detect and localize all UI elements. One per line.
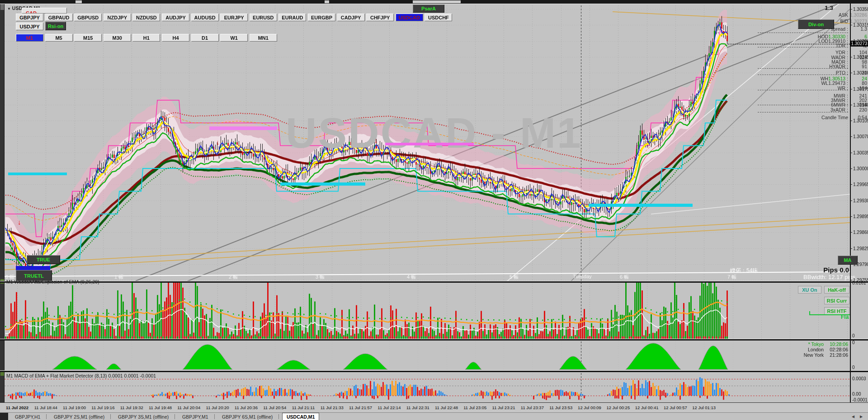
chart-tab-gbpjpy2sm1offline[interactable]: GBPJPY 2S,M1 (offline) [50, 413, 108, 420]
tab-separator [175, 414, 175, 419]
time-label: 11 Jul 23:53 [549, 405, 572, 410]
timeframe-button-m1[interactable]: M1 [16, 34, 43, 42]
mt4-terminal: USDCAD - M1 Pips 0.0 BBwidth: 12.17 pips… [0, 0, 868, 420]
session-mark-label: 1 帪 [114, 274, 123, 280]
left-edge-bar [0, 4, 5, 420]
chart-tab-gbpjpym1[interactable]: GBPJPY,M1 [178, 413, 212, 420]
time-label: 11 Jul 21:57 [349, 405, 372, 410]
symbol-button-audjpy[interactable]: AUDJPY [162, 14, 189, 21]
symbol-button-eurusd[interactable]: EURUSD [250, 14, 277, 21]
symbol-button-nzdusd[interactable]: NZDUSD [132, 14, 160, 21]
info-value: 230 [848, 107, 867, 112]
symbol-button-usdcad[interactable]: USDCAD [396, 14, 423, 21]
hidden-symbol-label: CAD [26, 10, 37, 14]
symbol-button-eurjpy[interactable]: EURJPY [220, 14, 248, 21]
collapse-triangle-icon[interactable]: ▼ [7, 7, 11, 11]
waddah-canvas[interactable] [5, 278, 850, 340]
price-tick-mark [850, 121, 852, 121]
timeframe-button-h4[interactable]: H4 [162, 34, 189, 42]
info-separator [758, 75, 848, 75]
symbol-button-gbpaud[interactable]: GBPAUD [45, 14, 73, 21]
info-value: 1.30286 [848, 12, 867, 18]
info-row-candletime: Candle Time0:54 [821, 115, 848, 120]
tab-separator [278, 414, 279, 419]
current-price-box: 1.30273 [850, 41, 868, 47]
timeframe-button-w1[interactable]: W1 [220, 34, 248, 42]
time-label: 11 Jul 22:48 [435, 405, 458, 410]
symbol-button-usdjpy[interactable]: USDJPY [16, 23, 43, 30]
symbol-button-gbpjpy[interactable]: GBPJPY [16, 14, 43, 21]
symbol-button-gbpusd[interactable]: GBPUSD [74, 14, 102, 21]
highlight-bar [209, 126, 277, 130]
price-tick-label: 1.29860 [853, 230, 868, 235]
timeframe-button-d1[interactable]: D1 [191, 34, 219, 42]
time-label: 11 Jul 23:05 [463, 405, 486, 410]
psara-button[interactable]: PsarA [413, 5, 444, 13]
hidden-symbol-button[interactable]: CAD [22, 8, 67, 14]
time-label: 11 Jul 22:14 [377, 405, 401, 410]
price-tick-mark [850, 9, 852, 9]
waddah-button-hak-off[interactable]: HaK-off [824, 286, 849, 294]
info-label: TDR : [836, 43, 848, 48]
chart-tab-gbpjpyh1[interactable]: GBPJPY,H1 [11, 413, 44, 420]
price-tick-label: 1.30000 [853, 166, 868, 171]
sell-arrow-icon: ↓ [18, 220, 21, 224]
chart-tab-usdcadm1[interactable]: USDCAD,M1 [282, 413, 319, 420]
timeframe-button-m5[interactable]: M5 [45, 34, 73, 42]
price-axis-separator [850, 4, 851, 412]
price-tick-label: 1.29930 [853, 198, 868, 203]
session-mark-label: 7 帪 [727, 274, 736, 280]
window-divider[interactable] [0, 339, 868, 341]
window-divider[interactable] [0, 370, 868, 372]
time-label: 11 Jul 2022 [6, 405, 28, 410]
symbol-button-eurgbp[interactable]: EURGBP [308, 14, 335, 21]
symbol-button-nzdjpy[interactable]: NZDJPY [104, 14, 131, 21]
price-tick-mark [850, 168, 852, 169]
time-axis[interactable]: 11 Jul 202211 Jul 18:4411 Jul 19:0011 Ju… [0, 402, 868, 412]
div-on-button[interactable]: Div-on [798, 19, 834, 29]
price-tick-mark [850, 232, 852, 233]
symbol-button-usdchf[interactable]: USDCHF [425, 14, 452, 21]
info-label: Candle Time [821, 115, 848, 120]
info-value: 91 [848, 64, 867, 69]
info-separator [758, 112, 848, 112]
chart-tab-gbpjpy3sm1offline[interactable]: GBPJPY 3S,M1 (offline) [114, 413, 173, 420]
time-label: 11 Jul 19:00 [63, 405, 86, 410]
symbol-button-cadjpy[interactable]: CADJPY [337, 14, 365, 21]
timeframe-button-m15[interactable]: M15 [74, 34, 102, 42]
ma-button[interactable]: MA [838, 256, 858, 265]
true-button[interactable]: TRUE [27, 255, 60, 264]
tab-scroll-left-icon[interactable]: ◀ [852, 415, 854, 419]
waddah-button-xu-on[interactable]: XU On [798, 286, 821, 294]
info-label: BID [840, 19, 848, 24]
price-tick-mark [850, 89, 852, 89]
price-tick-mark [850, 105, 852, 105]
price-tick-label: 1.30105 [853, 118, 868, 123]
timeframe-button-mn1[interactable]: MN1 [250, 34, 277, 42]
info-label: LOD [819, 38, 829, 44]
price-tick-label: 1.30210 [853, 70, 868, 75]
session-mark-label: 6 帪 [620, 274, 629, 280]
window-divider[interactable] [0, 281, 868, 283]
timeframe-button-h1[interactable]: H1 [132, 34, 160, 42]
session-mark-label: Tuesday [573, 274, 592, 279]
tab-scroll-right-icon[interactable]: ▶ [860, 415, 863, 419]
session-mark-label: 2 帪 [229, 274, 238, 280]
sessions-canvas[interactable] [5, 341, 850, 370]
waddah-button-rsi-curr[interactable]: RSI Curr [824, 297, 849, 304]
price-tick-mark [850, 57, 852, 57]
highlight-bar [385, 143, 474, 145]
time-label: 12 Jul 00:25 [606, 405, 630, 410]
symbol-button-euraud[interactable]: EURAUD [278, 14, 306, 21]
price-tick-label: 1.29895 [853, 214, 868, 219]
waddah-scale-bottom: 0 [852, 333, 855, 338]
macd-scale-bottom: -0.0001 [852, 397, 868, 402]
symbol-button-chfjpy[interactable]: CHFJPY [366, 14, 394, 21]
chart-tab-gbpjpy6sm1offline[interactable]: GBPJPY 6S,M1 (offline) [218, 413, 277, 420]
clock-time: 21:28:06 [830, 352, 848, 358]
timeframe-button-m30[interactable]: M30 [104, 34, 131, 42]
symbol-button-audusd[interactable]: AUDUSD [191, 14, 219, 21]
time-label: 11 Jul 20:20 [206, 405, 229, 410]
rsi-on-button[interactable]: Rsi-on [45, 22, 66, 30]
left-bar-knob [0, 4, 4, 10]
